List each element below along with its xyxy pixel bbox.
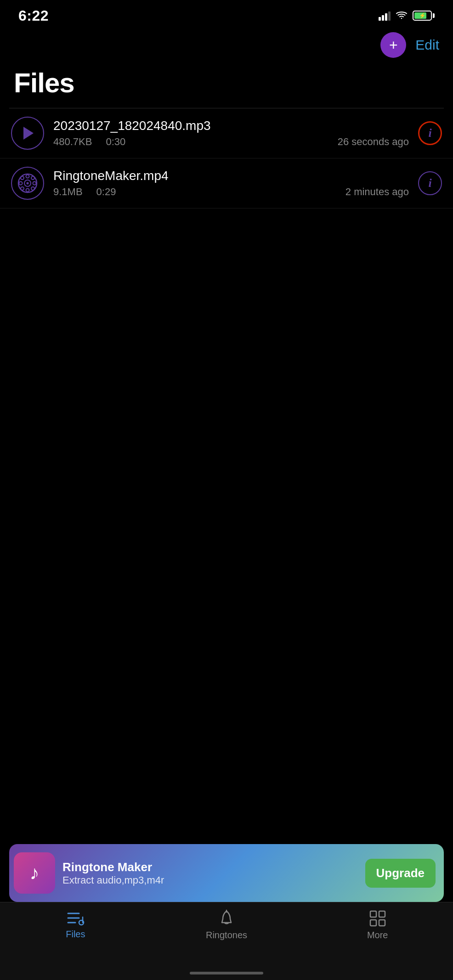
tab-more-label: More [367,930,388,941]
file-meta: 480.7KB 0:30 26 seconds ago [53,136,409,148]
svg-point-8 [31,187,34,190]
status-time: 6:22 [18,7,49,24]
file-list: 20230127_182024840.mp3 480.7KB 0:30 26 s… [0,108,453,208]
file-info: 20230127_182024840.mp3 480.7KB 0:30 26 s… [53,118,409,148]
info-icon: i [428,176,431,190]
page-title: Files [0,62,453,108]
file-size: 480.7KB [53,136,92,148]
svg-rect-20 [379,920,385,926]
tab-files[interactable]: Files [0,910,151,940]
svg-point-7 [21,176,24,180]
status-bar: 6:22 ⚡ [0,0,453,28]
music-note-icon: ♪ [30,862,40,884]
status-icons: ⚡ [379,11,435,21]
file-duration: 0:29 [96,186,116,198]
banner-subtitle: Extract audio,mp3,m4r [62,874,358,886]
music-list-icon [66,910,85,926]
reel-icon [16,171,40,195]
signal-icon [379,11,391,21]
play-triangle-icon [23,127,34,140]
svg-rect-19 [370,920,376,926]
tab-files-label: Files [66,929,85,940]
svg-point-10 [21,187,24,190]
banner-inner: ♪ Ringtone Maker Extract audio,mp3,m4r U… [9,844,444,902]
battery-bolt: ⚡ [419,12,426,19]
header: + Edit [0,28,453,62]
svg-rect-18 [379,911,385,917]
svg-point-2 [27,182,29,185]
banner-app-icon: ♪ [14,852,55,894]
table-row: RingtoneMaker.mp4 9.1MB 0:29 2 minutes a… [0,158,453,208]
svg-point-3 [26,175,29,178]
file-size: 9.1MB [53,186,83,198]
svg-point-9 [31,176,34,180]
tab-bar: Files Ringtones More [0,902,453,980]
home-indicator [190,972,263,974]
file-time-ago: 2 minutes ago [345,186,409,198]
file-duration: 0:30 [106,136,125,148]
tab-ringtones-label: Ringtones [206,930,247,941]
file-name: 20230127_182024840.mp3 [53,118,409,133]
grid-icon [369,910,386,927]
svg-point-5 [19,182,23,185]
tab-ringtones[interactable]: Ringtones [151,910,302,941]
file-time-ago: 26 seconds ago [338,136,409,148]
bell-icon [218,910,235,927]
info-button-file2[interactable]: i [418,171,442,195]
table-row: 20230127_182024840.mp3 480.7KB 0:30 26 s… [0,108,453,158]
edit-button[interactable]: Edit [415,37,439,53]
banner-ad: ♪ Ringtone Maker Extract audio,mp3,m4r U… [0,844,453,902]
banner-text: Ringtone Maker Extract audio,mp3,m4r [62,860,358,886]
upgrade-button[interactable]: Upgrade [365,859,436,888]
video-reel-icon[interactable] [11,167,44,200]
file-name: RingtoneMaker.mp4 [53,169,409,183]
tab-more[interactable]: More [302,910,453,941]
svg-point-4 [26,189,29,192]
battery-icon: ⚡ [413,11,435,21]
file-meta: 9.1MB 0:29 2 minutes ago [53,186,409,198]
info-button-file1[interactable]: i [418,121,442,145]
svg-rect-17 [370,911,376,917]
audio-play-icon[interactable] [11,117,44,150]
svg-point-6 [33,182,36,185]
add-icon: + [389,38,398,52]
info-icon: i [428,126,431,140]
banner-title: Ringtone Maker [62,860,358,874]
file-info: RingtoneMaker.mp4 9.1MB 0:29 2 minutes a… [53,169,409,198]
wifi-icon [395,11,408,21]
add-button[interactable]: + [380,32,406,58]
